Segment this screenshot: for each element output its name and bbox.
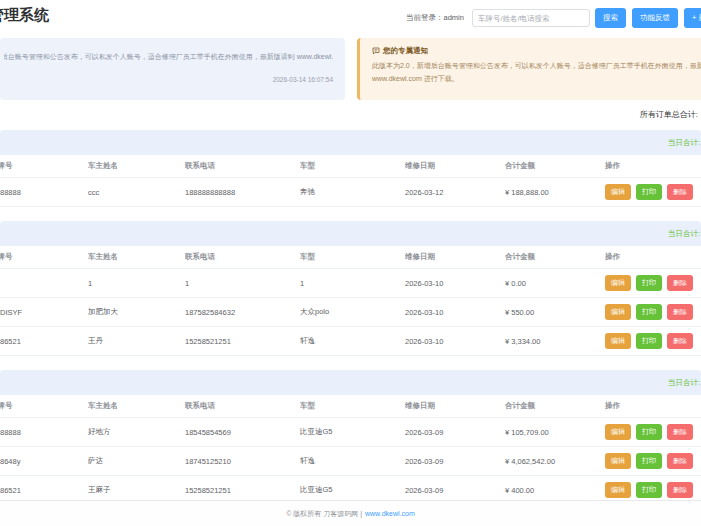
order-group: 当日合计:车牌号车主姓名联系电话车型维修日期合计金额操作1112026-03-1… bbox=[0, 221, 701, 356]
order-group: 当日合计:车牌号车主姓名联系电话车型维修日期合计金额操作88888ccc1888… bbox=[0, 130, 701, 207]
copyright-text: © 版权所有 刀客源码网 | bbox=[286, 509, 362, 519]
cell-owner: 1 bbox=[88, 269, 185, 298]
cell-owner: 萨达 bbox=[88, 447, 185, 476]
notice-left-text: 此版本为2.0，新增后台账号管理和公告发布，可以私发个人账号，适合修理厂员工带手… bbox=[4, 52, 333, 62]
print-button[interactable]: 打印 bbox=[636, 184, 662, 200]
delete-button[interactable]: 删除 bbox=[667, 275, 693, 291]
cell-plate: 88888 bbox=[0, 418, 88, 447]
table-header-row: 车牌号车主姓名联系电话车型维修日期合计金额操作 bbox=[0, 246, 701, 269]
orders-table: 车牌号车主姓名联系电话车型维修日期合计金额操作1112026-03-10¥ 0.… bbox=[0, 246, 701, 356]
print-button[interactable]: 打印 bbox=[636, 424, 662, 440]
column-header: 车型 bbox=[300, 246, 405, 269]
cell-amount: ¥ 4,062,542.00 bbox=[505, 447, 605, 476]
cell-actions: 编辑打印删除 bbox=[605, 298, 701, 327]
daily-total-label: 当日合计: bbox=[668, 229, 700, 239]
cell-owner: 加肥加大 bbox=[88, 298, 185, 327]
column-header: 维修日期 bbox=[405, 246, 505, 269]
feedback-button[interactable]: 功能反馈 bbox=[632, 8, 678, 28]
orders-table: 车牌号车主姓名联系电话车型维修日期合计金额操作88888好地方185458545… bbox=[0, 395, 701, 505]
edit-button[interactable]: 编辑 bbox=[605, 482, 631, 498]
cell-phone: 1 bbox=[185, 269, 300, 298]
daily-total-band: 当日合计: bbox=[0, 221, 701, 246]
cell-plate: 8648y bbox=[0, 447, 88, 476]
cell-model: 比亚迪G5 bbox=[300, 418, 405, 447]
footer-link[interactable]: www.dkewl.com bbox=[365, 510, 415, 517]
cell-model: 轩逸 bbox=[300, 327, 405, 356]
cell-actions: 编辑打印删除 bbox=[605, 327, 701, 356]
order-group: 当日合计:车牌号车主姓名联系电话车型维修日期合计金额操作88888好地方1854… bbox=[0, 370, 701, 505]
print-button[interactable]: 打印 bbox=[636, 333, 662, 349]
column-header: 车牌号 bbox=[0, 155, 88, 178]
column-header: 合计金额 bbox=[505, 395, 605, 418]
column-header: 车牌号 bbox=[0, 395, 88, 418]
cell-plate: 88888 bbox=[0, 178, 88, 207]
cell-amount: ¥ 0.00 bbox=[505, 269, 605, 298]
top-bar-controls: 当前登录：admin 搜索 功能反馈 + 新增维修单 bbox=[406, 8, 701, 28]
table-row: DISYF加肥加大187582584632大众polo2026-03-10¥ 5… bbox=[0, 298, 701, 327]
cell-amount: ¥ 188,888.00 bbox=[505, 178, 605, 207]
daily-total-label: 当日合计: bbox=[668, 378, 700, 388]
cell-plate: 86521 bbox=[0, 327, 88, 356]
search-button[interactable]: 搜索 bbox=[595, 8, 626, 28]
print-button[interactable]: 打印 bbox=[636, 304, 662, 320]
delete-button[interactable]: 删除 bbox=[667, 482, 693, 498]
daily-total-band: 当日合计: bbox=[0, 130, 701, 155]
table-row: 88888ccc188888888888奔驰2026-03-12¥ 188,88… bbox=[0, 178, 701, 207]
notice-right-title-text: 您的专属通知 bbox=[383, 46, 428, 56]
delete-button[interactable]: 删除 bbox=[667, 424, 693, 440]
notice-row: 此版本为2.0，新增后台账号管理和公告发布，可以私发个人账号，适合修理厂员工带手… bbox=[0, 38, 701, 100]
edit-button[interactable]: 编辑 bbox=[605, 453, 631, 469]
column-header: 联系电话 bbox=[185, 246, 300, 269]
print-button[interactable]: 打印 bbox=[636, 482, 662, 498]
cell-date: 2026-03-10 bbox=[405, 269, 505, 298]
cell-date: 2026-03-12 bbox=[405, 178, 505, 207]
cell-date: 2026-03-09 bbox=[405, 418, 505, 447]
table-header-row: 车牌号车主姓名联系电话车型维修日期合计金额操作 bbox=[0, 395, 701, 418]
footer: © 版权所有 刀客源码网 | www.dkewl.com bbox=[0, 500, 701, 526]
search-input[interactable] bbox=[472, 9, 590, 27]
cell-phone: 18545854569 bbox=[185, 418, 300, 447]
edit-button[interactable]: 编辑 bbox=[605, 333, 631, 349]
cell-actions: 编辑打印删除 bbox=[605, 178, 701, 207]
delete-button[interactable]: 删除 bbox=[667, 184, 693, 200]
edit-button[interactable]: 编辑 bbox=[605, 184, 631, 200]
print-button[interactable]: 打印 bbox=[636, 275, 662, 291]
delete-button[interactable]: 删除 bbox=[667, 304, 693, 320]
cell-phone: 15258521251 bbox=[185, 327, 300, 356]
daily-total-band: 当日合计: bbox=[0, 370, 701, 395]
column-header: 联系电话 bbox=[185, 395, 300, 418]
column-header: 合计金额 bbox=[505, 246, 605, 269]
column-header: 车型 bbox=[300, 155, 405, 178]
column-header: 车牌号 bbox=[0, 246, 88, 269]
top-bar: 管理系统 当前登录：admin 搜索 功能反馈 + 新增维修单 bbox=[0, 0, 701, 30]
orders-table: 车牌号车主姓名联系电话车型维修日期合计金额操作88888ccc188888888… bbox=[0, 155, 701, 207]
all-orders-total: 所有订单总合计: bbox=[0, 106, 701, 124]
notice-left-box: 此版本为2.0，新增后台账号管理和公告发布，可以私发个人账号，适合修理厂员工带手… bbox=[0, 38, 345, 100]
cell-phone: 188888888888 bbox=[185, 178, 300, 207]
cell-model: 大众polo bbox=[300, 298, 405, 327]
current-login-label: 当前登录：admin bbox=[406, 13, 464, 23]
speech-bubble-icon bbox=[372, 47, 380, 55]
daily-total-label: 当日合计: bbox=[668, 138, 700, 148]
column-header: 车主姓名 bbox=[88, 395, 185, 418]
cell-actions: 编辑打印删除 bbox=[605, 418, 701, 447]
edit-button[interactable]: 编辑 bbox=[605, 424, 631, 440]
column-header: 维修日期 bbox=[405, 395, 505, 418]
column-header: 车主姓名 bbox=[88, 155, 185, 178]
table-row: 1112026-03-10¥ 0.00编辑打印删除 bbox=[0, 269, 701, 298]
delete-button[interactable]: 删除 bbox=[667, 333, 693, 349]
cell-model: 1 bbox=[300, 269, 405, 298]
edit-button[interactable]: 编辑 bbox=[605, 304, 631, 320]
cell-amount: ¥ 3,334.00 bbox=[505, 327, 605, 356]
cell-plate: DISYF bbox=[0, 298, 88, 327]
cell-owner: ccc bbox=[88, 178, 185, 207]
edit-button[interactable]: 编辑 bbox=[605, 275, 631, 291]
cell-phone: 18745125210 bbox=[185, 447, 300, 476]
print-button[interactable]: 打印 bbox=[636, 453, 662, 469]
cell-amount: ¥ 105,709.00 bbox=[505, 418, 605, 447]
table-row: 8648y萨达18745125210轩逸2026-03-09¥ 4,062,54… bbox=[0, 447, 701, 476]
column-header: 车型 bbox=[300, 395, 405, 418]
add-repair-order-button[interactable]: + 新增维修单 bbox=[684, 8, 701, 28]
delete-button[interactable]: 删除 bbox=[667, 453, 693, 469]
column-header: 操作 bbox=[605, 246, 701, 269]
